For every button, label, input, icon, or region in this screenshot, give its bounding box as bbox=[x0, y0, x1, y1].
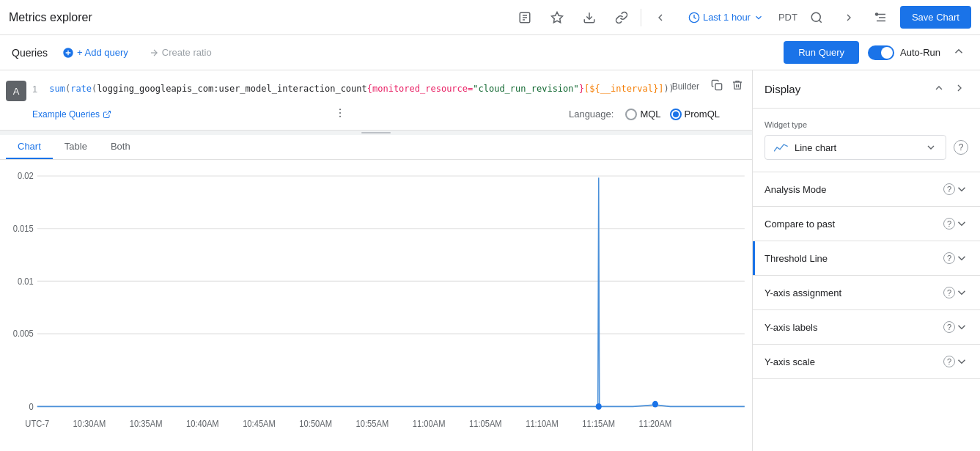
nav-forward-btn[interactable] bbox=[836, 4, 862, 31]
y-axis-scale-header[interactable]: Y-axis scale ? bbox=[753, 345, 980, 378]
svg-text:10:55AM: 10:55AM bbox=[356, 418, 389, 428]
more-options-btn[interactable] bbox=[334, 107, 346, 121]
y-axis-assignment-header[interactable]: Y-axis assignment ? bbox=[753, 276, 980, 309]
svg-point-11 bbox=[875, 13, 877, 15]
svg-text:0.01: 0.01 bbox=[18, 276, 34, 286]
threshold-accent-bar bbox=[753, 241, 755, 275]
threshold-line-title: Threshold Line bbox=[765, 253, 940, 264]
query-builder-btn[interactable]: Builder bbox=[666, 76, 705, 96]
y-axis-labels-chevron bbox=[955, 320, 968, 334]
svg-text:0.015: 0.015 bbox=[13, 224, 34, 234]
download-icon-btn[interactable] bbox=[576, 4, 603, 31]
promql-radio[interactable]: PromQL bbox=[670, 109, 720, 120]
compare-to-past-header[interactable]: Compare to past ? bbox=[753, 207, 980, 241]
chart-dot-2 bbox=[652, 401, 658, 408]
y-axis-scale-section: Y-axis scale ? bbox=[753, 345, 980, 379]
query-letter-a: A bbox=[6, 81, 26, 101]
query-copy-btn[interactable] bbox=[708, 76, 726, 96]
tab-both[interactable]: Both bbox=[99, 135, 142, 159]
settings-icon-btn[interactable] bbox=[868, 4, 894, 31]
language-radio-group: MQL PromQL bbox=[625, 109, 720, 120]
display-title: Display bbox=[765, 83, 924, 95]
view-tabs: Chart Table Both bbox=[0, 135, 752, 160]
svg-text:10:40AM: 10:40AM bbox=[186, 418, 219, 428]
query-editor: A 1 sum(rate(logging_googleapis_com:user… bbox=[0, 70, 752, 131]
svg-rect-13 bbox=[715, 84, 722, 90]
threshold-line-help[interactable]: ? bbox=[943, 252, 955, 264]
svg-text:10:45AM: 10:45AM bbox=[243, 418, 276, 428]
svg-point-17 bbox=[339, 116, 341, 117]
queries-bar: Queries + Add query Create ratio Run Que… bbox=[0, 35, 980, 70]
main-area: A 1 sum(rate(logging_googleapis_com:user… bbox=[0, 70, 980, 451]
query-delete-btn[interactable] bbox=[729, 76, 746, 96]
y-axis-labels-help[interactable]: ? bbox=[943, 321, 955, 333]
compare-to-past-title: Compare to past bbox=[765, 219, 940, 230]
display-panel: Display Widget type Line chart bbox=[753, 70, 980, 451]
add-query-btn[interactable]: + Add query bbox=[56, 44, 134, 62]
analysis-mode-section: Analysis Mode ? bbox=[753, 172, 980, 207]
promql-radio-circle bbox=[670, 109, 682, 120]
link-icon-btn[interactable] bbox=[608, 4, 635, 31]
svg-text:11:00AM: 11:00AM bbox=[413, 418, 446, 428]
compare-to-past-chevron bbox=[955, 217, 968, 230]
search-icon-btn[interactable] bbox=[803, 4, 830, 31]
compare-to-past-section: Compare to past ? bbox=[753, 207, 980, 241]
time-range-btn[interactable]: Last 1 hour bbox=[679, 7, 773, 28]
svg-text:10:30AM: 10:30AM bbox=[73, 418, 106, 428]
timezone-label: PDT bbox=[778, 12, 797, 23]
mql-radio-circle bbox=[625, 109, 637, 120]
y-axis-scale-help[interactable]: ? bbox=[943, 356, 955, 367]
analysis-mode-chevron bbox=[955, 183, 968, 196]
analysis-mode-help[interactable]: ? bbox=[943, 183, 955, 195]
widget-help-icon[interactable]: ? bbox=[954, 140, 968, 155]
svg-text:11:10AM: 11:10AM bbox=[526, 418, 559, 428]
compare-to-past-help[interactable]: ? bbox=[943, 218, 955, 230]
widget-type-select[interactable]: Line chart bbox=[765, 135, 946, 160]
y-axis-labels-title: Y-axis labels bbox=[765, 322, 940, 333]
collapse-queries-btn[interactable] bbox=[949, 42, 968, 63]
example-queries-link[interactable]: Example Queries bbox=[32, 109, 111, 120]
app-title: Metrics explorer bbox=[9, 11, 506, 24]
svg-point-15 bbox=[339, 109, 341, 110]
svg-text:UTC-7: UTC-7 bbox=[25, 418, 49, 428]
divider bbox=[641, 9, 641, 26]
analysis-mode-header[interactable]: Analysis Mode ? bbox=[753, 172, 980, 206]
y-axis-assignment-chevron bbox=[955, 286, 968, 299]
svg-text:11:05AM: 11:05AM bbox=[469, 418, 502, 428]
y-axis-scale-chevron bbox=[955, 355, 968, 368]
display-collapse-btn[interactable] bbox=[930, 79, 948, 99]
svg-line-7 bbox=[819, 20, 821, 22]
save-chart-btn[interactable]: Save Chart bbox=[900, 6, 971, 29]
mql-radio[interactable]: MQL bbox=[625, 109, 660, 120]
svg-text:11:20AM: 11:20AM bbox=[639, 418, 672, 428]
display-expand-btn[interactable] bbox=[951, 79, 968, 99]
display-header: Display bbox=[753, 70, 980, 109]
chart-area: 0.02 0.015 0.01 0.005 0 UTC-7 10:30AM 10… bbox=[0, 160, 752, 451]
svg-text:0.02: 0.02 bbox=[18, 171, 34, 181]
y-axis-labels-header[interactable]: Y-axis labels ? bbox=[753, 310, 980, 344]
y-axis-assignment-section: Y-axis assignment ? bbox=[753, 276, 980, 310]
tab-table[interactable]: Table bbox=[53, 135, 99, 159]
auto-run-toggle[interactable] bbox=[868, 45, 894, 60]
threshold-line-header[interactable]: Threshold Line ? bbox=[753, 241, 980, 275]
svg-text:0: 0 bbox=[29, 401, 34, 411]
svg-text:10:35AM: 10:35AM bbox=[130, 418, 163, 428]
svg-point-6 bbox=[811, 12, 820, 21]
svg-text:0.005: 0.005 bbox=[13, 329, 34, 339]
create-ratio-btn[interactable]: Create ratio bbox=[143, 44, 218, 61]
widget-type-value: Line chart bbox=[795, 142, 919, 153]
left-panel: A 1 sum(rate(logging_googleapis_com:user… bbox=[0, 70, 753, 451]
threshold-line-section: Threshold Line ? bbox=[753, 241, 980, 276]
run-query-btn[interactable]: Run Query bbox=[784, 41, 859, 64]
svg-text:10:50AM: 10:50AM bbox=[299, 418, 332, 428]
nav-back-btn[interactable] bbox=[647, 4, 674, 31]
query-actions: Builder bbox=[666, 76, 746, 96]
add-chart-icon-btn[interactable] bbox=[544, 4, 570, 31]
tab-chart[interactable]: Chart bbox=[6, 135, 53, 159]
query-text[interactable]: sum(rate(logging_googleapis_com:user_mod… bbox=[46, 79, 746, 98]
svg-point-16 bbox=[339, 112, 341, 114]
y-axis-labels-section: Y-axis labels ? bbox=[753, 310, 980, 345]
y-axis-assignment-help[interactable]: ? bbox=[943, 287, 955, 298]
query-number: 1 bbox=[32, 79, 37, 95]
note-icon-btn[interactable] bbox=[512, 4, 538, 31]
